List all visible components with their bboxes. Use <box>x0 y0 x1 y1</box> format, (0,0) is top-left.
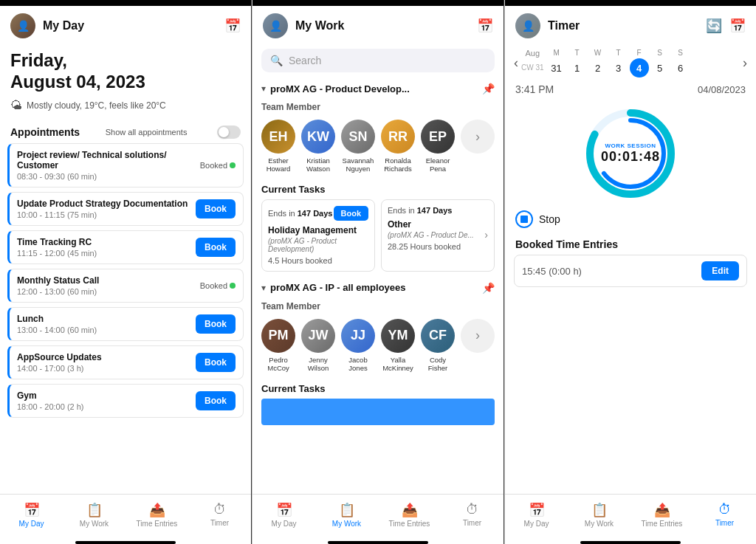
booked-dot-1 <box>230 162 236 168</box>
booked-badge-4: Booked <box>200 281 236 290</box>
cal-prev-btn[interactable]: ‹ <box>511 55 521 71</box>
app-container: 👤 My Day 📅 Friday, August 04, 2023 🌤 Mos… <box>0 0 756 544</box>
book-button-6[interactable]: Book <box>196 353 236 372</box>
team-member-yalla[interactable]: YM YallaMcKinney <box>381 319 415 373</box>
cal-dayname-thu: T <box>616 49 621 57</box>
panel-my-day: 👤 My Day 📅 Friday, August 04, 2023 🌤 Mos… <box>0 0 252 544</box>
refresh-icon[interactable]: 🔄 <box>706 18 722 34</box>
team-member-ronalda[interactable]: RR RonaldaRichards <box>381 120 415 173</box>
nav-label-my-day: My Day <box>19 520 44 528</box>
more-members-btn-2[interactable]: › <box>461 319 495 353</box>
chevron-icon-1[interactable]: ▾ <box>261 83 266 94</box>
book-button-3[interactable]: Book <box>196 238 236 257</box>
timer-time-display: 3:41 PM <box>515 83 554 95</box>
nav-icon-timer: ⏱ <box>213 502 227 517</box>
pin-icon-1[interactable]: 📌 <box>482 83 495 94</box>
stop-label[interactable]: Stop <box>539 213 560 225</box>
header-my-work: 👤 My Work 📅 <box>252 6 504 44</box>
booked-label-1: Booked <box>200 161 227 170</box>
book-button-5[interactable]: Book <box>196 314 236 334</box>
avatar-cody: CF <box>421 319 455 353</box>
cal-day-wed[interactable]: W 2 <box>588 49 608 78</box>
nav-icon-my-day-3: 📅 <box>529 502 545 518</box>
bottom-bar-2 <box>328 541 428 544</box>
cal-day-sun[interactable]: S 6 <box>671 49 690 78</box>
section-title-1: proMX AG - Product Develop... <box>270 83 478 94</box>
book-button-2[interactable]: Book <box>196 199 236 218</box>
avatar-timer[interactable]: 👤 <box>515 13 540 38</box>
avatar-savannah: SN <box>341 120 375 154</box>
task-hours-holiday: 4.5 Hours booked <box>268 256 368 265</box>
name-savannah: SavannahNguyen <box>343 156 374 173</box>
cal-day-mon[interactable]: M 31 <box>547 49 566 78</box>
edit-button[interactable]: Edit <box>701 261 739 280</box>
team-member-savannah[interactable]: SN SavannahNguyen <box>341 120 375 173</box>
cal-day-tue[interactable]: T 1 <box>568 49 587 78</box>
nav-label-my-work: My Work <box>80 520 109 528</box>
name-yalla: YallaMcKinney <box>382 356 413 373</box>
nav-item-timer-2[interactable]: ⏱ Timer <box>441 499 504 531</box>
book-button-7[interactable]: Book <box>196 391 236 410</box>
nav-item-my-work-3[interactable]: 📋 My Work <box>568 499 630 531</box>
nav-item-timer-1[interactable]: ⏱ Timer <box>188 499 251 531</box>
cal-dayname-sat: S <box>657 49 662 57</box>
task-book-btn-1[interactable]: Book <box>334 206 369 221</box>
calendar-icon-work[interactable]: 📅 <box>477 18 493 34</box>
bottom-nav-my-work: 📅 My Day 📋 My Work 📤 Time Entries ⏱ Time… <box>252 494 504 540</box>
team-member-pedro[interactable]: PM PedroMcCoy <box>261 319 295 373</box>
cal-daynum-mon: 31 <box>547 58 566 78</box>
stop-icon[interactable] <box>515 210 533 228</box>
nav-label-time-entries-3: Time Entries <box>642 520 683 528</box>
appt-time-6: 14:00 - 17:00 (3 h) <box>17 364 196 373</box>
task-chevron-other[interactable]: › <box>484 229 488 241</box>
team-member-jenny[interactable]: JW JennyWilson <box>301 319 335 373</box>
name-pedro: PedroMcCoy <box>267 356 289 373</box>
team-member-cody[interactable]: CF CodyFisher <box>421 319 455 373</box>
calendar-icon[interactable]: 📅 <box>224 18 241 34</box>
nav-item-time-entries-1[interactable]: 📤 Time Entries <box>126 499 188 531</box>
status-bar-1 <box>0 0 251 6</box>
show-all-toggle[interactable] <box>217 125 241 139</box>
appt-title-1: Project review/ Technical solutions/ Cus… <box>17 150 200 171</box>
cal-day-thu[interactable]: T 3 <box>609 49 628 78</box>
nav-item-my-day-3[interactable]: 📅 My Day <box>505 499 568 531</box>
nav-item-my-day-1[interactable]: 📅 My Day <box>0 499 63 531</box>
nav-item-my-work-2[interactable]: 📋 My Work <box>315 499 378 531</box>
search-placeholder[interactable]: Search <box>289 55 486 66</box>
panel-timer: 👤 Timer 🔄 📅 ‹ Aug CW 31 M 31 <box>505 0 756 544</box>
search-icon: 🔍 <box>270 55 283 66</box>
appointments-header: Appointments Show all appointments <box>0 120 251 143</box>
appointment-item-6: AppSource Updates 14:00 - 17:00 (3 h) Bo… <box>7 345 244 379</box>
page-title-my-work: My Work <box>295 19 477 32</box>
cal-daynum-thu: 3 <box>609 58 628 78</box>
team-label-1: Team Member <box>252 99 504 117</box>
cal-next-btn[interactable]: › <box>740 55 750 71</box>
more-members-btn-1[interactable]: › <box>461 120 495 154</box>
appt-time-5: 13:00 - 14:00 (60 min) <box>17 326 196 334</box>
nav-label-timer-3: Timer <box>715 519 734 527</box>
cal-day-sat[interactable]: S 5 <box>650 49 670 78</box>
appt-title-5: Lunch <box>17 314 196 324</box>
task-ends-2: Ends in 147 Days <box>388 206 452 215</box>
team-member-jacob[interactable]: JJ JacobJones <box>341 319 375 373</box>
appt-time-3: 11:15 - 12:00 (45 min) <box>17 249 196 258</box>
show-all-link[interactable]: Show all appointments <box>106 128 188 137</box>
team-member-kristian[interactable]: KW KristianWatson <box>301 120 335 173</box>
avatar-my-work[interactable]: 👤 <box>263 13 288 38</box>
team-member-eleanor[interactable]: EP EleanorPena <box>421 120 455 173</box>
search-bar[interactable]: 🔍 Search <box>261 49 495 72</box>
pin-icon-2[interactable]: 📌 <box>482 282 495 294</box>
bottom-nav-my-day: 📅 My Day 📋 My Work 📤 Time Entries ⏱ Time… <box>0 494 251 540</box>
avatar-my-day[interactable]: 👤 <box>10 13 35 38</box>
nav-item-my-work-1[interactable]: 📋 My Work <box>63 499 126 531</box>
nav-item-time-entries-2[interactable]: 📤 Time Entries <box>378 499 441 531</box>
chevron-icon-2[interactable]: ▾ <box>261 283 266 293</box>
team-member-esther[interactable]: EH EstherHoward <box>261 120 295 173</box>
appt-title-6: AppSource Updates <box>17 352 196 362</box>
cal-day-fri[interactable]: F 4 <box>630 49 649 78</box>
nav-item-my-day-2[interactable]: 📅 My Day <box>252 499 315 531</box>
calendar-icon-timer[interactable]: 📅 <box>729 18 746 34</box>
nav-item-timer-3[interactable]: ⏱ Timer <box>693 499 756 531</box>
nav-icon-my-day-2: 📅 <box>276 502 292 518</box>
nav-item-time-entries-3[interactable]: 📤 Time Entries <box>630 499 693 531</box>
